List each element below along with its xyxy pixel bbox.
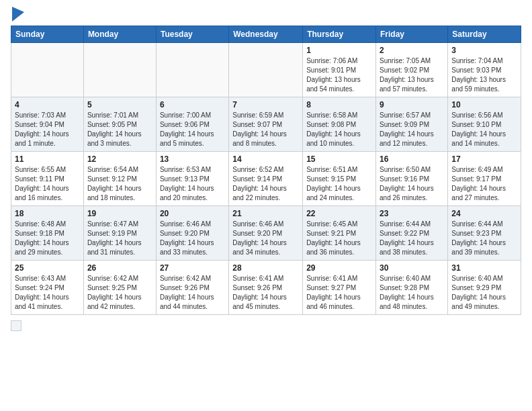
day-detail: Sunrise: 6:41 AM Sunset: 9:26 PM Dayligh… xyxy=(232,274,299,312)
day-number: 5 xyxy=(87,100,152,109)
day-detail: Sunrise: 7:06 AM Sunset: 9:01 PM Dayligh… xyxy=(306,56,372,94)
calendar-cell: 17Sunrise: 6:49 AM Sunset: 9:17 PM Dayli… xyxy=(448,152,521,206)
calendar-cell: 19Sunrise: 6:47 AM Sunset: 9:19 PM Dayli… xyxy=(83,206,156,261)
day-number: 2 xyxy=(380,46,444,55)
day-detail: Sunrise: 7:05 AM Sunset: 9:02 PM Dayligh… xyxy=(380,56,444,94)
day-number: 4 xyxy=(15,100,80,109)
day-number: 10 xyxy=(451,100,517,109)
calendar-header-friday: Friday xyxy=(376,26,448,43)
day-number: 13 xyxy=(160,154,225,164)
calendar-week-row: 25Sunrise: 6:43 AM Sunset: 9:24 PM Dayli… xyxy=(11,261,521,315)
daylight-box-icon xyxy=(11,320,21,331)
day-detail: Sunrise: 6:40 AM Sunset: 9:29 PM Dayligh… xyxy=(451,274,517,312)
calendar-cell: 25Sunrise: 6:43 AM Sunset: 9:24 PM Dayli… xyxy=(11,261,84,315)
day-number: 28 xyxy=(232,263,299,273)
day-number: 1 xyxy=(306,46,372,55)
day-number: 14 xyxy=(232,154,299,164)
day-detail: Sunrise: 7:03 AM Sunset: 9:04 PM Dayligh… xyxy=(15,111,80,148)
day-number: 25 xyxy=(15,263,80,273)
calendar-cell: 6Sunrise: 7:00 AM Sunset: 9:06 PM Daylig… xyxy=(156,97,228,152)
day-detail: Sunrise: 7:01 AM Sunset: 9:05 PM Dayligh… xyxy=(87,111,152,148)
day-number: 9 xyxy=(380,100,444,109)
calendar-header-monday: Monday xyxy=(83,26,156,43)
day-detail: Sunrise: 6:55 AM Sunset: 9:11 PM Dayligh… xyxy=(15,165,80,203)
calendar-cell: 8Sunrise: 6:58 AM Sunset: 9:08 PM Daylig… xyxy=(303,97,376,152)
calendar-cell xyxy=(156,43,228,97)
day-detail: Sunrise: 6:44 AM Sunset: 9:23 PM Dayligh… xyxy=(451,220,517,257)
day-number: 8 xyxy=(306,100,372,109)
day-number: 23 xyxy=(380,209,444,218)
day-detail: Sunrise: 6:53 AM Sunset: 9:13 PM Dayligh… xyxy=(160,165,225,203)
calendar-cell: 5Sunrise: 7:01 AM Sunset: 9:05 PM Daylig… xyxy=(83,97,156,152)
calendar-cell xyxy=(229,43,303,97)
day-number: 26 xyxy=(87,263,152,273)
day-number: 16 xyxy=(380,154,444,164)
calendar-cell: 21Sunrise: 6:46 AM Sunset: 9:20 PM Dayli… xyxy=(229,206,303,261)
day-detail: Sunrise: 6:57 AM Sunset: 9:09 PM Dayligh… xyxy=(380,111,444,148)
logo xyxy=(11,9,24,21)
day-number: 27 xyxy=(160,263,225,273)
calendar-cell: 15Sunrise: 6:51 AM Sunset: 9:15 PM Dayli… xyxy=(303,152,376,206)
day-detail: Sunrise: 6:46 AM Sunset: 9:20 PM Dayligh… xyxy=(232,220,299,257)
calendar-cell: 23Sunrise: 6:44 AM Sunset: 9:22 PM Dayli… xyxy=(376,206,448,261)
calendar-header-tuesday: Tuesday xyxy=(156,26,228,43)
day-number: 20 xyxy=(160,209,225,218)
day-detail: Sunrise: 6:58 AM Sunset: 9:08 PM Dayligh… xyxy=(306,111,372,148)
calendar-cell: 3Sunrise: 7:04 AM Sunset: 9:03 PM Daylig… xyxy=(448,43,521,97)
calendar-cell: 1Sunrise: 7:06 AM Sunset: 9:01 PM Daylig… xyxy=(303,43,376,97)
calendar-cell: 9Sunrise: 6:57 AM Sunset: 9:09 PM Daylig… xyxy=(376,97,448,152)
day-detail: Sunrise: 6:43 AM Sunset: 9:24 PM Dayligh… xyxy=(15,274,80,312)
calendar-cell xyxy=(11,43,84,97)
day-detail: Sunrise: 6:48 AM Sunset: 9:18 PM Dayligh… xyxy=(15,220,80,257)
day-detail: Sunrise: 6:40 AM Sunset: 9:28 PM Dayligh… xyxy=(380,274,444,312)
calendar-week-row: 4Sunrise: 7:03 AM Sunset: 9:04 PM Daylig… xyxy=(11,97,521,152)
calendar-cell: 28Sunrise: 6:41 AM Sunset: 9:26 PM Dayli… xyxy=(229,261,303,315)
day-detail: Sunrise: 6:41 AM Sunset: 9:27 PM Dayligh… xyxy=(306,274,372,312)
day-detail: Sunrise: 6:49 AM Sunset: 9:17 PM Dayligh… xyxy=(451,165,517,203)
day-number: 22 xyxy=(306,209,372,218)
day-detail: Sunrise: 6:54 AM Sunset: 9:12 PM Dayligh… xyxy=(87,165,152,203)
day-number: 17 xyxy=(451,154,517,164)
day-detail: Sunrise: 6:42 AM Sunset: 9:25 PM Dayligh… xyxy=(87,274,152,312)
calendar-cell: 10Sunrise: 6:56 AM Sunset: 9:10 PM Dayli… xyxy=(448,97,521,152)
day-number: 24 xyxy=(451,209,517,218)
calendar-cell: 11Sunrise: 6:55 AM Sunset: 9:11 PM Dayli… xyxy=(11,152,84,206)
calendar-cell: 12Sunrise: 6:54 AM Sunset: 9:12 PM Dayli… xyxy=(83,152,156,206)
calendar-cell: 20Sunrise: 6:46 AM Sunset: 9:20 PM Dayli… xyxy=(156,206,228,261)
day-number: 11 xyxy=(15,154,80,164)
calendar-cell: 27Sunrise: 6:42 AM Sunset: 9:26 PM Dayli… xyxy=(156,261,228,315)
day-detail: Sunrise: 6:45 AM Sunset: 9:21 PM Dayligh… xyxy=(306,220,372,257)
calendar-cell: 31Sunrise: 6:40 AM Sunset: 9:29 PM Dayli… xyxy=(448,261,521,315)
calendar-header-sunday: Sunday xyxy=(11,26,84,43)
day-number: 19 xyxy=(87,209,152,218)
calendar-header-thursday: Thursday xyxy=(303,26,376,43)
day-detail: Sunrise: 6:46 AM Sunset: 9:20 PM Dayligh… xyxy=(160,220,225,257)
day-detail: Sunrise: 6:52 AM Sunset: 9:14 PM Dayligh… xyxy=(232,165,299,203)
logo-icon xyxy=(12,7,24,21)
day-number: 3 xyxy=(451,46,517,55)
calendar-cell: 7Sunrise: 6:59 AM Sunset: 9:07 PM Daylig… xyxy=(229,97,303,152)
day-number: 15 xyxy=(306,154,372,164)
day-number: 29 xyxy=(306,263,372,273)
day-number: 21 xyxy=(232,209,299,218)
day-number: 31 xyxy=(451,263,517,273)
calendar-cell: 22Sunrise: 6:45 AM Sunset: 9:21 PM Dayli… xyxy=(303,206,376,261)
calendar-week-row: 18Sunrise: 6:48 AM Sunset: 9:18 PM Dayli… xyxy=(11,206,521,261)
calendar-cell: 24Sunrise: 6:44 AM Sunset: 9:23 PM Dayli… xyxy=(448,206,521,261)
page: SundayMondayTuesdayWednesdayThursdayFrid… xyxy=(0,0,532,411)
day-detail: Sunrise: 6:51 AM Sunset: 9:15 PM Dayligh… xyxy=(306,165,372,203)
day-detail: Sunrise: 7:04 AM Sunset: 9:03 PM Dayligh… xyxy=(451,56,517,94)
day-number: 12 xyxy=(87,154,152,164)
calendar-cell: 18Sunrise: 6:48 AM Sunset: 9:18 PM Dayli… xyxy=(11,206,84,261)
day-number: 6 xyxy=(160,100,225,109)
calendar-cell xyxy=(83,43,156,97)
calendar-cell: 26Sunrise: 6:42 AM Sunset: 9:25 PM Dayli… xyxy=(83,261,156,315)
calendar-cell: 13Sunrise: 6:53 AM Sunset: 9:13 PM Dayli… xyxy=(156,152,228,206)
calendar-header-row: SundayMondayTuesdayWednesdayThursdayFrid… xyxy=(11,26,521,43)
calendar-cell: 14Sunrise: 6:52 AM Sunset: 9:14 PM Dayli… xyxy=(229,152,303,206)
calendar-cell: 30Sunrise: 6:40 AM Sunset: 9:28 PM Dayli… xyxy=(376,261,448,315)
calendar-header-wednesday: Wednesday xyxy=(229,26,303,43)
footer xyxy=(11,320,521,331)
day-detail: Sunrise: 6:50 AM Sunset: 9:16 PM Dayligh… xyxy=(380,165,444,203)
calendar-week-row: 1Sunrise: 7:06 AM Sunset: 9:01 PM Daylig… xyxy=(11,43,521,97)
